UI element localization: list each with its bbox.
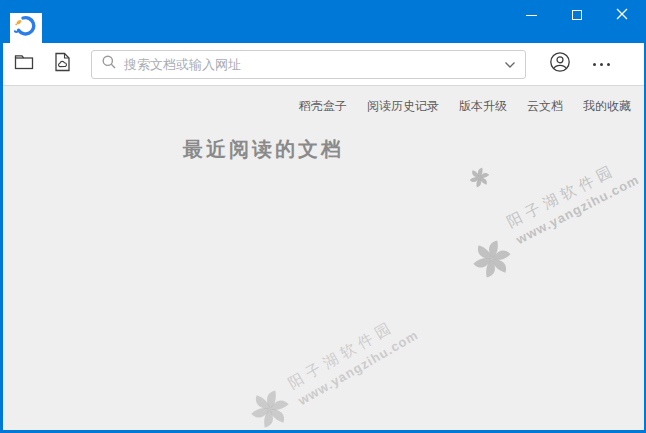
watermark-site-name: 阳子湖软件园	[504, 153, 634, 232]
app-window: 稻壳盒子 阅读历史记录 版本升级 云文档 我的收藏 最近阅读的文档	[0, 0, 646, 433]
close-button[interactable]	[599, 0, 644, 30]
search-history-dropdown[interactable]	[499, 53, 521, 75]
account-button[interactable]	[548, 52, 572, 76]
toolbar	[3, 43, 644, 86]
maximize-icon	[572, 10, 582, 20]
search-icon	[101, 54, 117, 74]
folder-icon	[14, 53, 34, 75]
watermark-site-url: www.yangzihu.com	[296, 327, 421, 408]
pinwheel-watermark-icon	[248, 387, 292, 431]
cloud-document-button[interactable]	[49, 51, 75, 77]
maximize-button[interactable]	[554, 0, 599, 30]
titlebar[interactable]	[3, 0, 644, 43]
watermark-site-name: 阳子湖软件园	[285, 309, 412, 394]
nav-version-upgrade[interactable]: 版本升级	[459, 98, 507, 115]
minimize-icon	[526, 15, 537, 16]
nav-cloud-docs[interactable]: 云文档	[527, 98, 563, 115]
search-input[interactable]	[124, 57, 499, 72]
search-box	[91, 50, 526, 79]
quick-links-row: 稻壳盒子 阅读历史记录 版本升级 云文档 我的收藏	[3, 86, 644, 115]
open-file-button[interactable]	[11, 51, 37, 77]
pinwheel-watermark-icon	[468, 166, 491, 189]
reader-tab[interactable]	[10, 13, 42, 43]
document-cloud-icon	[53, 52, 72, 76]
more-dots-icon	[593, 63, 596, 66]
minimize-button[interactable]	[509, 0, 554, 30]
nav-reading-history[interactable]: 阅读历史记录	[367, 98, 439, 115]
nav-docer-box[interactable]: 稻壳盒子	[299, 98, 347, 115]
watermark-site-url: www.yangzihu.com	[514, 172, 642, 247]
close-icon	[616, 6, 628, 24]
user-avatar-icon	[549, 51, 571, 77]
more-menu-button[interactable]	[588, 53, 614, 75]
content-area: 稻壳盒子 阅读历史记录 版本升级 云文档 我的收藏 最近阅读的文档	[3, 86, 644, 163]
recent-docs-heading: 最近阅读的文档	[183, 136, 644, 163]
pinwheel-watermark-icon	[470, 237, 514, 281]
window-controls	[509, 0, 644, 30]
app-logo-icon	[14, 14, 38, 42]
chevron-down-icon	[504, 55, 516, 73]
nav-my-favorites[interactable]: 我的收藏	[583, 98, 631, 115]
